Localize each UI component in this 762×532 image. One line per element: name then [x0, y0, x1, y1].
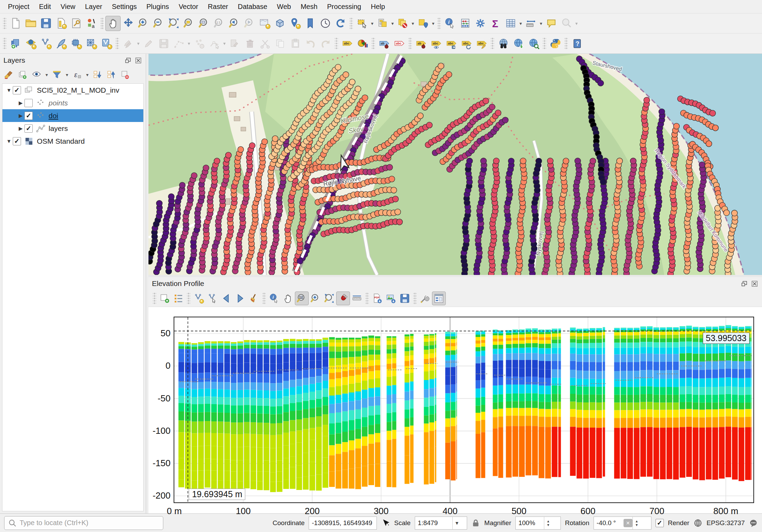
- crs-globe-icon[interactable]: [693, 519, 702, 528]
- save-profile-button[interactable]: [398, 291, 412, 305]
- pin-unpin-labels-button[interactable]: ab: [413, 36, 429, 51]
- layer-item-sci5-i02-m-l-mod-inv[interactable]: ▼✓SCI5_I02_M_L_MOD_inv: [2, 84, 143, 96]
- layer-diagram-options-button[interactable]: [355, 36, 370, 51]
- new-mesh-layer-button[interactable]: *: [69, 36, 84, 51]
- style-manager-button[interactable]: a: [84, 16, 99, 31]
- new-virtual-layer-button[interactable]: *: [84, 36, 99, 51]
- toolbar-grip[interactable]: [262, 293, 266, 304]
- zoom-full-button[interactable]: [166, 16, 181, 31]
- menu-plugins[interactable]: Plugins: [142, 1, 174, 12]
- rotation-spin-arrows[interactable]: ▲▼: [632, 517, 641, 529]
- save-project-button[interactable]: [38, 16, 53, 31]
- refresh-button[interactable]: [333, 16, 348, 31]
- layers-panel-close-button[interactable]: [134, 56, 142, 64]
- snapping-button[interactable]: [336, 291, 350, 305]
- expander-icon[interactable]: ▶: [17, 113, 24, 119]
- new-3d-map-view-button[interactable]: [272, 16, 287, 31]
- zoom-out-button[interactable]: [151, 16, 166, 31]
- show-layout-manager-button[interactable]: [69, 16, 84, 31]
- pan-map-button[interactable]: [105, 16, 121, 31]
- vertical-splitter[interactable]: [146, 54, 148, 513]
- toolbar-grip[interactable]: [101, 18, 104, 29]
- new-temporary-scratch-layer-button[interactable]: *: [99, 36, 114, 51]
- measure-line-button[interactable]: [523, 16, 538, 31]
- dock-layer-tree-button[interactable]: [432, 291, 446, 305]
- toolbar-grip[interactable]: [116, 38, 119, 49]
- python-console-button[interactable]: [548, 36, 563, 51]
- map-canvas[interactable]: KasmoseSkovRøjle NyhaveRøjleskovvejNysko…: [148, 54, 762, 275]
- locate-input[interactable]: [20, 519, 159, 527]
- menu-mesh[interactable]: Mesh: [296, 1, 322, 12]
- toolbar-grip[interactable]: [565, 38, 568, 49]
- capture-curve-from-feature-button[interactable]: [206, 291, 219, 305]
- menu-edit[interactable]: Edit: [34, 1, 55, 12]
- export-as-pdf-button[interactable]: PDF: [370, 291, 384, 305]
- map-svg[interactable]: KasmoseSkovRøjle NyhaveRøjleskovvejNysko…: [148, 54, 762, 275]
- profile-layer-options-button[interactable]: [172, 291, 185, 305]
- coordinate-extents-icon[interactable]: [381, 519, 390, 528]
- toolbar-grip[interactable]: [437, 18, 441, 29]
- expander-icon[interactable]: ▶: [17, 125, 24, 132]
- collapse-all-button[interactable]: [105, 69, 117, 81]
- manage-map-themes-dropdown-icon[interactable]: ▾: [44, 72, 49, 78]
- coordinate-field[interactable]: -1308915, 16549349: [309, 516, 377, 530]
- layer-visibility-checkbox[interactable]: ✓: [13, 137, 21, 145]
- quickmapservices-button[interactable]: [511, 36, 526, 51]
- zoom-to-layer-button[interactable]: [196, 16, 212, 31]
- open-attribute-table-button[interactable]: [503, 16, 518, 31]
- elevation-panel-close-button[interactable]: [750, 279, 759, 288]
- show-statistical-summary-button[interactable]: Σ: [488, 16, 503, 31]
- layer-visibility-checkbox[interactable]: [24, 99, 33, 107]
- toolbar-grip[interactable]: [187, 293, 190, 304]
- zoom-full-profile-button[interactable]: [322, 291, 336, 305]
- toolbar-grip[interactable]: [3, 18, 6, 29]
- pan-map-to-selection-button[interactable]: [121, 16, 136, 31]
- layer-item-layers[interactable]: ▶✓layers: [2, 122, 143, 135]
- capture-curve-button[interactable]: *: [192, 291, 206, 305]
- menu-raster[interactable]: Raster: [203, 1, 233, 12]
- measure-line-dropdown-icon[interactable]: ▾: [538, 21, 544, 26]
- elevation-panel-float-button[interactable]: [740, 279, 748, 288]
- identify-features-button[interactable]: i: [442, 16, 457, 31]
- help-contents-button[interactable]: ?: [569, 36, 585, 51]
- toolbar-grip[interactable]: [372, 38, 375, 49]
- messages-icon[interactable]: [749, 519, 758, 528]
- quickmapservices-search-button[interactable]: [526, 36, 541, 51]
- metasearch-button[interactable]: [496, 36, 511, 51]
- toolbar-grip[interactable]: [409, 38, 412, 49]
- toolbar-grip[interactable]: [350, 18, 353, 29]
- show-spatial-bookmarks-button[interactable]: [302, 16, 318, 31]
- toolbar-grip[interactable]: [491, 38, 494, 49]
- new-project-button[interactable]: [8, 16, 23, 31]
- layer-visibility-checkbox[interactable]: ✓: [13, 86, 21, 94]
- menu-vector[interactable]: Vector: [174, 1, 203, 12]
- menu-processing[interactable]: Processing: [323, 1, 366, 12]
- layer-visibility-checkbox[interactable]: ✓: [24, 124, 33, 133]
- scale-combobox[interactable]: 1:8479 ▼: [415, 516, 467, 530]
- profile-options-button[interactable]: [418, 291, 432, 305]
- statistical-summary-button[interactable]: [457, 16, 473, 31]
- manage-map-themes-button[interactable]: [30, 69, 43, 81]
- add-layer-menu-button[interactable]: *: [23, 36, 38, 51]
- menu-view[interactable]: View: [56, 1, 80, 12]
- lock-scale-icon[interactable]: [471, 519, 480, 528]
- nudge-left-button[interactable]: [219, 291, 233, 305]
- rotation-clear-icon[interactable]: ✕: [624, 519, 632, 527]
- layers-panel-float-button[interactable]: [124, 56, 132, 64]
- new-geopackage-layer-button[interactable]: *: [38, 36, 53, 51]
- filter-legend-dropdown-icon[interactable]: ▾: [64, 72, 70, 78]
- locate-search[interactable]: [4, 516, 163, 530]
- clear-profile-button[interactable]: [247, 291, 261, 305]
- toolbar-grip[interactable]: [543, 38, 546, 49]
- filter-by-expression-button[interactable]: ε: [71, 69, 83, 81]
- remove-layer-button[interactable]: [119, 69, 131, 81]
- new-print-layout-button[interactable]: *: [53, 16, 69, 31]
- menu-settings[interactable]: Settings: [107, 1, 141, 12]
- map-tips-button[interactable]: [544, 16, 559, 31]
- deselect-features-button[interactable]: [395, 16, 410, 31]
- layer-item-osm-standard[interactable]: ▼✓OSM Standard: [2, 135, 143, 147]
- toolbar-grip[interactable]: [3, 38, 6, 49]
- rotate-label-button[interactable]: abc: [459, 36, 474, 51]
- zoom-to-selection-button[interactable]: [181, 16, 196, 31]
- identify-profile-features-button[interactable]: i: [267, 291, 281, 305]
